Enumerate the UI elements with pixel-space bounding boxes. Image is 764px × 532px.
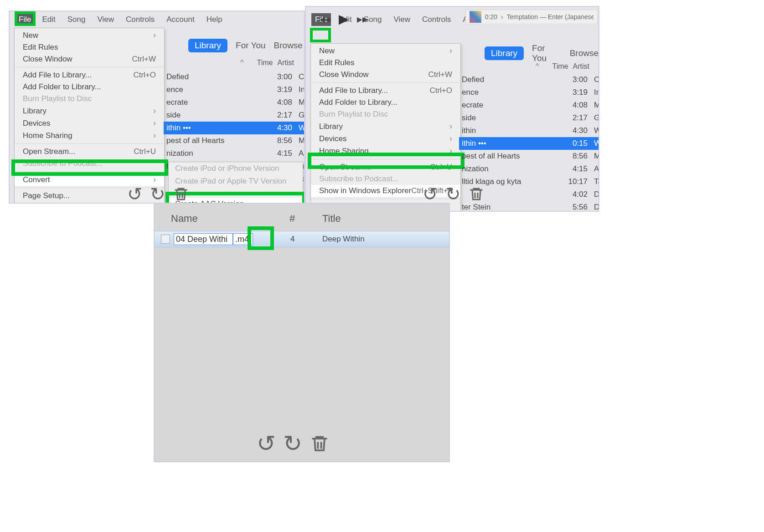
col-title[interactable]: Title bbox=[322, 213, 341, 225]
undo-icon[interactable]: ↺ bbox=[423, 184, 438, 205]
undo-icon[interactable]: ↺ bbox=[257, 430, 276, 457]
song-row[interactable]: ecrate4:08Mayhe bbox=[164, 96, 305, 109]
song-time: 3:19 bbox=[268, 85, 296, 94]
col-time[interactable]: Time bbox=[244, 59, 273, 67]
col-time[interactable]: Time bbox=[539, 62, 568, 71]
redo-icon[interactable]: ↻ bbox=[150, 184, 165, 203]
col-artist[interactable]: Artist bbox=[278, 59, 294, 67]
menu-add-file[interactable]: Add File to Library...Ctrl+O bbox=[311, 85, 460, 97]
menu-edit-rules[interactable]: Edit Rules bbox=[311, 57, 460, 69]
col-name[interactable]: Name bbox=[171, 213, 198, 225]
tab-for-you[interactable]: For You bbox=[236, 41, 266, 51]
menu-library[interactable]: Library bbox=[15, 105, 164, 117]
song-name: ithin bbox=[459, 126, 564, 135]
filename-input[interactable] bbox=[174, 233, 233, 245]
menu-new[interactable]: New bbox=[311, 45, 460, 57]
song-row[interactable]: Defied3:00Cannil bbox=[459, 73, 599, 86]
tabstrip: Library For You Browse bbox=[485, 43, 599, 63]
column-headers: ^ Time Artist bbox=[237, 59, 294, 67]
menu-open-stream[interactable]: Open Stream...Ctrl+U bbox=[15, 146, 164, 158]
song-row[interactable]: ithin •••4:30Within bbox=[164, 122, 305, 134]
toolbar-icons: ↺ ↻ bbox=[257, 430, 330, 457]
song-row[interactable]: pest of all Hearts8:56My Dy bbox=[164, 134, 305, 147]
song-name: side bbox=[459, 113, 564, 123]
redo-icon[interactable]: ↻ bbox=[283, 430, 302, 457]
sort-indicator-icon: ^ bbox=[536, 62, 539, 71]
prev-icon[interactable]: ◂◂ bbox=[320, 13, 330, 26]
menu-account[interactable]: Account bbox=[162, 13, 199, 26]
tab-library[interactable]: Library bbox=[485, 46, 524, 60]
song-name: ecrate bbox=[164, 98, 268, 107]
menu-song[interactable]: Song bbox=[63, 13, 90, 26]
song-artist: Dark S bbox=[591, 203, 599, 211]
song-name: pest of all Hearts bbox=[164, 136, 268, 145]
next-icon[interactable]: ▸▸ bbox=[357, 13, 368, 26]
trash-icon[interactable] bbox=[468, 185, 485, 203]
song-time: 3:19 bbox=[564, 88, 591, 97]
file-dropdown: New Edit Rules Close WindowCtrl+W Add Fi… bbox=[14, 28, 165, 203]
song-name: side bbox=[164, 111, 268, 120]
menu-home-sharing[interactable]: Home Sharing bbox=[311, 145, 460, 157]
highlight-file bbox=[310, 28, 331, 42]
song-name: Defied bbox=[459, 75, 564, 84]
menu-close-window[interactable]: Close WindowCtrl+W bbox=[15, 53, 164, 65]
song-row[interactable]: ithin4:30Within bbox=[459, 124, 599, 137]
song-name: ithin ••• bbox=[459, 139, 564, 148]
menu-edit-rules[interactable]: Edit Rules bbox=[15, 41, 164, 53]
song-row[interactable]: ence3:19Insom bbox=[164, 83, 305, 96]
trash-icon[interactable] bbox=[310, 432, 330, 455]
file-row[interactable]: 4 Deep Within bbox=[155, 231, 449, 247]
song-row[interactable]: nization4:15Arch E bbox=[459, 163, 599, 175]
trash-icon[interactable] bbox=[173, 185, 189, 203]
song-artist: Insom bbox=[591, 88, 599, 97]
song-time: 3:00 bbox=[268, 72, 296, 82]
col-artist[interactable]: Artist bbox=[573, 62, 589, 71]
song-artist: Within bbox=[296, 123, 305, 133]
menu-file[interactable]: File bbox=[15, 13, 35, 26]
song-row[interactable]: Defied3:00Cannil bbox=[164, 71, 305, 83]
filename-ext-input[interactable] bbox=[233, 233, 253, 245]
song-row[interactable]: side2:17Gravev bbox=[459, 112, 599, 124]
menu-close-window[interactable]: Close WindowCtrl+W bbox=[311, 69, 460, 81]
song-row[interactable]: ecrate4:08Mayhe bbox=[459, 99, 599, 112]
song-row[interactable]: ithin •••0:15Within bbox=[459, 137, 599, 150]
menu-controls[interactable]: Controls bbox=[418, 13, 455, 26]
menu-view[interactable]: View bbox=[389, 13, 415, 26]
song-time: 4:02 bbox=[564, 190, 591, 199]
menu-controls[interactable]: Controls bbox=[121, 13, 159, 26]
song-row[interactable]: pest of all Hearts8:56My Dy bbox=[459, 150, 599, 163]
song-row[interactable]: ence3:19Insom bbox=[459, 86, 599, 99]
song-name: ecrate bbox=[459, 101, 564, 110]
track-number: 4 bbox=[290, 235, 294, 244]
panel-itunes-show-explorer: ◂◂ ▶ ▸▸ 0:20 › Temptation — Enter (Japan… bbox=[305, 6, 599, 211]
tab-browse[interactable]: Browse bbox=[274, 41, 303, 51]
album-art-icon bbox=[470, 11, 481, 23]
menu-view[interactable]: View bbox=[93, 13, 119, 26]
menu-edit[interactable]: Edit bbox=[37, 13, 60, 26]
song-row[interactable]: nization4:15Arch E bbox=[164, 147, 305, 160]
menu-home-sharing[interactable]: Home Sharing bbox=[15, 129, 164, 142]
song-name: ence bbox=[164, 85, 268, 94]
tab-library[interactable]: Library bbox=[188, 39, 227, 52]
menu-add-folder[interactable]: Add Folder to Library... bbox=[15, 81, 164, 93]
song-row[interactable]: side2:17Gravev bbox=[164, 109, 305, 122]
menu-add-file[interactable]: Add File to Library...Ctrl+O bbox=[15, 69, 164, 81]
redo-icon[interactable]: ↻ bbox=[445, 184, 461, 205]
menu-help[interactable]: Help bbox=[202, 13, 227, 26]
song-name: ithin ••• bbox=[164, 123, 268, 133]
play-icon[interactable]: ▶ bbox=[339, 11, 349, 26]
menu-devices[interactable]: Devices bbox=[311, 133, 460, 145]
menu-burn-playlist: Burn Playlist to Disc bbox=[15, 93, 164, 105]
menu-devices[interactable]: Devices bbox=[15, 117, 164, 129]
toolbar-icons: ↺ ↻ bbox=[423, 184, 485, 205]
tab-browse[interactable]: Browse bbox=[570, 48, 599, 58]
player-controls: ◂◂ ▶ ▸▸ bbox=[320, 11, 368, 26]
col-number[interactable]: # bbox=[289, 213, 295, 225]
menu-open-stream[interactable]: Open Stream...Ctrl+U bbox=[311, 161, 460, 173]
menu-add-folder[interactable]: Add Folder to Library... bbox=[311, 97, 460, 108]
undo-icon[interactable]: ↺ bbox=[127, 184, 143, 203]
menu-new[interactable]: New bbox=[15, 29, 164, 41]
song-artist: Gravev bbox=[296, 111, 305, 120]
menu-library[interactable]: Library bbox=[311, 120, 460, 133]
tab-for-you[interactable]: For You bbox=[532, 43, 562, 63]
